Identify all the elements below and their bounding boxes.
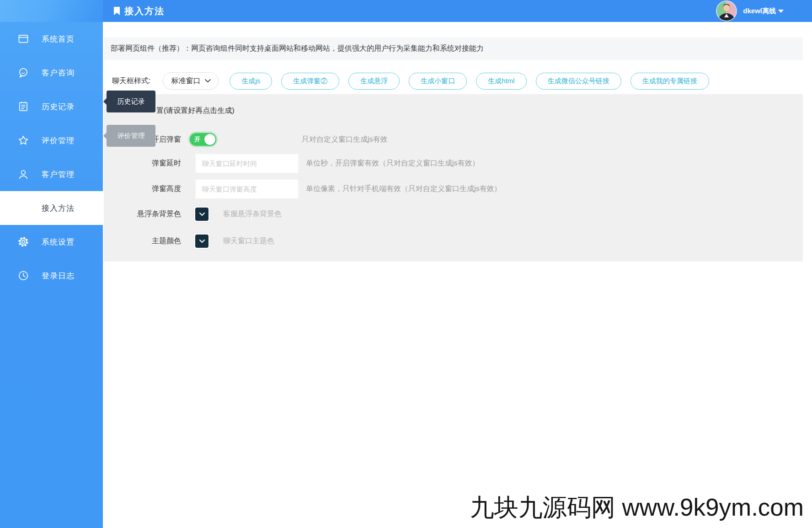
username: dkewl离线 (743, 7, 776, 16)
sidebar-item-label: 客户管理 (42, 169, 75, 180)
floatbar-bg-color-label: 悬浮条背景色 (104, 209, 181, 219)
theme-color-label: 主题颜色 (104, 236, 181, 246)
generate-wechat-link-button[interactable]: 生成微信公众号链接 (536, 73, 621, 90)
user-icon (17, 168, 29, 180)
sidebar-item-label: 系统设置 (42, 237, 75, 247)
sidebar-item-label: 接入方法 (42, 203, 75, 213)
popup-delay-label: 弹窗延时 (104, 159, 181, 168)
bookmark-icon (113, 7, 120, 16)
chat-style-selected-value: 标准窗口 (171, 76, 200, 86)
popup-toggle-row: 开启弹窗 开 只对自定义窗口生成js有效 (104, 133, 803, 146)
star-icon (17, 134, 29, 146)
toggle-on-text: 开 (194, 135, 200, 144)
popup-height-input[interactable] (195, 179, 299, 199)
sidebar-item-label: 历史记录 (42, 101, 75, 112)
floatbar-bg-color-picker[interactable] (193, 206, 210, 223)
floatbar-bg-color-hint: 客服悬浮条背景色 (223, 209, 282, 219)
deploy-notice-text: 部署网页组件（推荐）：网页咨询组件同时支持桌面网站和移动网站，提供强大的用户行为… (111, 44, 484, 53)
sidebar-item-settings[interactable]: 系统设置 (0, 225, 103, 259)
sidebar-item-rating[interactable]: 评价管理 (0, 123, 103, 157)
generate-js-button[interactable]: 生成js (230, 73, 272, 90)
tooltip-history: 历史记录 (107, 91, 155, 112)
sidebar-item-label: 登录日志 (42, 271, 75, 281)
tooltip-rating: 评价管理 (107, 125, 155, 147)
user-menu[interactable]: dkewl离线 (716, 0, 784, 22)
popup-height-label: 弹窗高度 (104, 184, 181, 194)
theme-color-hint: 聊天窗口主题色 (223, 236, 274, 246)
sidebar-item-label: 客户咨询 (42, 68, 75, 78)
theme-color-row: 主题颜色 聊天窗口主题色 (104, 233, 803, 250)
sidebar-item-home[interactable]: 系统首页 (0, 22, 103, 56)
sidebar-item-label: 系统首页 (42, 34, 75, 44)
chat-style-row: 聊天框样式: 标准窗口 生成js 生成弹窗② 生成悬浮 生成小窗口 生成html… (112, 72, 803, 90)
chevron-down-icon (205, 79, 211, 83)
deploy-notice-bar: 部署网页组件（推荐）：网页咨询组件同时支持桌面网站和移动网站，提供强大的用户行为… (104, 37, 803, 60)
generate-small-window-button[interactable]: 生成小窗口 (409, 73, 467, 90)
generate-float-button[interactable]: 生成悬浮 (348, 73, 400, 90)
gear-icon (17, 236, 29, 248)
custom-settings-panel: 置(请设置好再点击生成) 开启弹窗 开 只对自定义窗口生成js有效 弹窗延时 单… (104, 94, 803, 261)
popup-height-row: 弹窗高度 单位像素，只针对手机端有效（只对自定义窗口生成js有效） (104, 179, 803, 199)
sidebar-menu: 系统首页 客户咨询 历史记录 (0, 22, 103, 293)
sidebar-item-history[interactable]: 历史记录 (0, 90, 103, 123)
popup-toggle-hint: 只对自定义窗口生成js有效 (302, 135, 388, 144)
sidebar-item-customers[interactable]: 客户管理 (0, 157, 103, 191)
settings-title: 置(请设置好再点击生成) (156, 106, 235, 116)
sidebar: 系统首页 客户咨询 历史记录 (0, 0, 103, 528)
avatar (716, 0, 737, 21)
generate-popup-button[interactable]: 生成弹窗② (281, 73, 339, 90)
chevron-down-icon (199, 240, 205, 243)
chevron-down-icon (778, 10, 784, 13)
clock-icon (17, 270, 29, 282)
chat-style-select[interactable]: 标准窗口 (163, 72, 219, 90)
sidebar-item-label: 评价管理 (42, 135, 75, 146)
floatbar-bg-color-row: 悬浮条背景色 客服悬浮条背景色 (104, 206, 803, 223)
page-title: 接入方法 (124, 5, 165, 17)
color-swatch (195, 235, 208, 248)
watermark-text: 九块九源码网 www.9k9ym.com (470, 491, 804, 524)
sidebar-item-login-log[interactable]: 登录日志 (0, 259, 103, 293)
clipboard-icon (17, 101, 29, 112)
sidebar-logo-area (0, 0, 103, 22)
tooltip-text: 评价管理 (118, 132, 145, 140)
popup-delay-input[interactable] (195, 154, 299, 173)
chat-style-label: 聊天框样式: (112, 76, 150, 86)
popup-delay-hint: 单位秒，开启弹窗有效（只对自定义窗口生成js有效） (306, 159, 480, 168)
main-content: 部署网页组件（推荐）：网页咨询组件同时支持桌面网站和移动网站，提供强大的用户行为… (103, 22, 812, 528)
popup-delay-row: 弹窗延时 单位秒，开启弹窗有效（只对自定义窗口生成js有效） (104, 154, 803, 173)
sidebar-item-consult[interactable]: 客户咨询 (0, 56, 103, 90)
chat-bubble-icon (17, 67, 29, 79)
color-swatch (195, 208, 208, 221)
generate-exclusive-link-button[interactable]: 生成我的专属链接 (630, 73, 709, 90)
generate-html-button[interactable]: 生成html (476, 73, 526, 90)
theme-color-picker[interactable] (193, 233, 210, 250)
tooltip-text: 历史记录 (118, 97, 145, 106)
window-icon (17, 33, 29, 45)
top-header: 接入方法 dkewl离线 (103, 0, 812, 22)
popup-height-hint: 单位像素，只针对手机端有效（只对自定义窗口生成js有效） (306, 184, 502, 194)
toggle-knob (204, 134, 215, 145)
chevron-down-icon (199, 213, 205, 216)
sidebar-item-access-method[interactable]: 接入方法 (0, 191, 103, 225)
popup-toggle-switch[interactable]: 开 (190, 133, 216, 146)
